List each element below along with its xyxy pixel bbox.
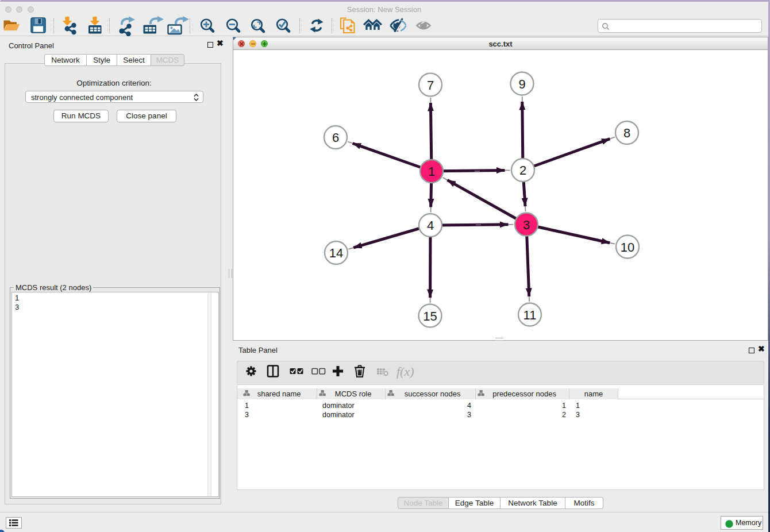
svg-text:f(x): f(x) bbox=[396, 364, 414, 379]
svg-text:2: 2 bbox=[519, 163, 526, 178]
svg-text:6: 6 bbox=[332, 130, 339, 145]
svg-text:3: 3 bbox=[523, 218, 530, 232]
svg-text:8: 8 bbox=[623, 126, 630, 140]
svg-text:7: 7 bbox=[427, 78, 434, 92]
svg-text:15: 15 bbox=[423, 309, 437, 323]
svg-text:11: 11 bbox=[523, 308, 537, 322]
svg-text:4: 4 bbox=[427, 218, 434, 233]
svg-text:14: 14 bbox=[329, 246, 343, 260]
svg-text:9: 9 bbox=[518, 77, 525, 91]
svg-text:1: 1 bbox=[428, 164, 435, 179]
svg-text:10: 10 bbox=[621, 240, 634, 255]
